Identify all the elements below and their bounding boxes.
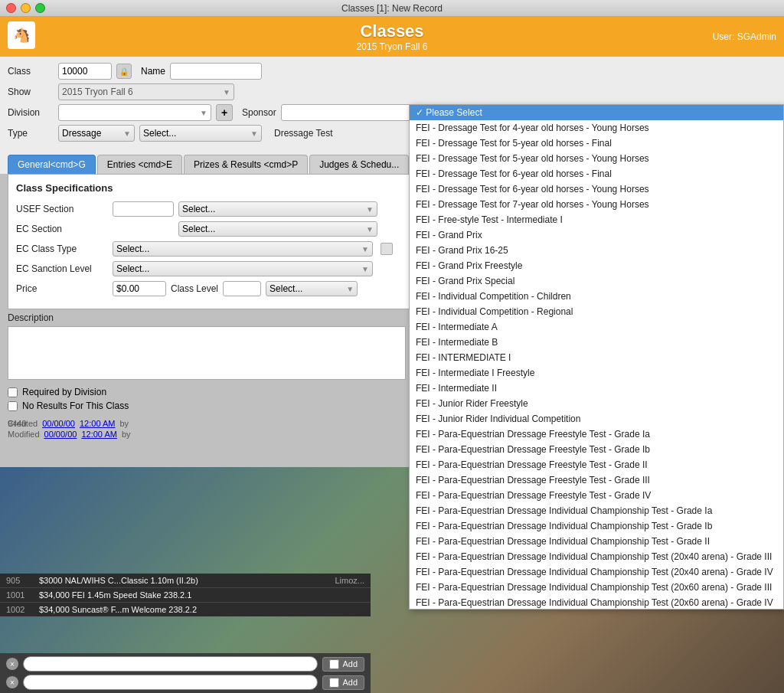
- dropdown-item-28[interactable]: FEI - Para-Equestrian Dressage Individua…: [410, 534, 783, 549]
- dropdown-item-6[interactable]: FEI - Dressage Test for 7-year old horse…: [410, 197, 783, 212]
- search-bar-1: × Add: [6, 656, 364, 672]
- price-input[interactable]: [113, 281, 166, 296]
- no-results-checkbox[interactable]: [8, 401, 18, 411]
- records-section: 905 $3000 NAL/WIHS C...Classic 1.10m (II…: [0, 574, 371, 616]
- search-close-1[interactable]: ×: [6, 658, 18, 670]
- description-textarea[interactable]: [8, 326, 406, 380]
- dropdown-item-23[interactable]: FEI - Para-Equestrian Dressage Freestyle…: [410, 457, 783, 472]
- dropdown-item-31[interactable]: FEI - Para-Equestrian Dressage Individua…: [410, 580, 783, 595]
- dropdown-item-1[interactable]: FEI - Dressage Test for 4-year old horse…: [410, 120, 783, 136]
- modified-time[interactable]: 12:00 AM: [81, 430, 116, 439]
- dropdown-item-16[interactable]: FEI - INTERMEDIATE I: [410, 350, 783, 365]
- type-select[interactable]: Dressage ▼: [58, 125, 135, 142]
- app-logo: 🐴: [8, 21, 35, 49]
- minimize-button[interactable]: [21, 3, 31, 13]
- record-id-1001: 1001: [6, 590, 33, 600]
- dropdown-item-24[interactable]: FEI - Para-Equestrian Dressage Freestyle…: [410, 472, 783, 488]
- dropdown-item-21[interactable]: FEI - Para-Equestrian Dressage Freestyle…: [410, 427, 783, 442]
- ec-class-type-select[interactable]: Select... ▼: [113, 241, 373, 257]
- required-by-division-label: Required by Division: [22, 387, 106, 397]
- dropdown-item-25[interactable]: FEI - Para-Equestrian Dressage Freestyle…: [410, 488, 783, 503]
- search-add-button-1[interactable]: Add: [322, 657, 364, 672]
- division-add-button[interactable]: +: [216, 104, 233, 121]
- record-row-1002: 1002 $34,000 Suncast® F...m Welcome 238.…: [0, 603, 371, 616]
- search-close-2[interactable]: ×: [6, 676, 18, 688]
- add-checkbox-1[interactable]: [329, 659, 339, 669]
- ec-sanction-label: EC Sanction Level: [16, 263, 108, 274]
- app-header: 🐴 Classes 2015 Tryon Fall 6 User: SGAdmi…: [0, 17, 784, 57]
- ec-class-type-toggle[interactable]: [381, 243, 393, 255]
- ec-sanction-select[interactable]: Select... ▼: [113, 261, 373, 276]
- usef-section-label: USEF Section: [16, 204, 108, 214]
- usef-section-input[interactable]: [113, 201, 174, 217]
- record-row-1001: 1001 $34,000 FEI 1.45m Speed Stake 238.2…: [0, 588, 371, 603]
- modified-date[interactable]: 00/00/00: [44, 430, 77, 439]
- show-row: Show 2015 Tryon Fall 6 ▼: [8, 83, 776, 100]
- dropdown-item-2[interactable]: FEI - Dressage Test for 5-year old horse…: [410, 136, 783, 151]
- search-add-button-2[interactable]: Add: [322, 675, 364, 690]
- class-level-label: Class Level: [171, 283, 218, 294]
- lock-button[interactable]: 🔒: [116, 64, 132, 79]
- division-field[interactable]: ▼: [58, 104, 211, 121]
- record-id-1002: 1002: [6, 605, 33, 614]
- dressage-test-dropdown[interactable]: Please Select FEI - Dressage Test for 4-…: [409, 104, 784, 610]
- type-label: Type: [8, 128, 54, 139]
- tab-general[interactable]: General<cmd>G: [8, 155, 96, 174]
- tab-entries[interactable]: Entries <cmd>E: [97, 155, 182, 174]
- window-controls: [6, 3, 45, 13]
- app-header-content: Classes 2015 Tryon Fall 6: [8, 21, 776, 52]
- required-by-division-checkbox[interactable]: [8, 387, 18, 397]
- class-level-input[interactable]: [223, 281, 261, 296]
- ec-section-select[interactable]: Select... ▼: [178, 221, 377, 237]
- dropdown-item-30[interactable]: FEI - Para-Equestrian Dressage Individua…: [410, 564, 783, 580]
- app-title: Classes: [360, 21, 423, 41]
- dropdown-item-0[interactable]: Please Select: [410, 105, 783, 120]
- no-results-label: No Results For This Class: [22, 400, 129, 411]
- class-label: Class: [8, 66, 54, 77]
- price-label: Price: [16, 283, 108, 294]
- dropdown-item-18[interactable]: FEI - Intermediate II: [410, 381, 783, 396]
- dropdown-item-22[interactable]: FEI - Para-Equestrian Dressage Freestyle…: [410, 442, 783, 457]
- dropdown-item-10[interactable]: FEI - Grand Prix Freestyle: [410, 258, 783, 273]
- dropdown-item-29[interactable]: FEI - Para-Equestrian Dressage Individua…: [410, 549, 783, 564]
- dropdown-item-13[interactable]: FEI - Individual Competition - Regional: [410, 304, 783, 319]
- dropdown-item-9[interactable]: FEI - Grand Prix 16-25: [410, 243, 783, 258]
- record-text-905: $3000 NAL/WIHS C...Classic 1.10m (II.2b): [39, 576, 328, 585]
- dropdown-item-15[interactable]: FEI - Intermediate B: [410, 335, 783, 350]
- dropdown-item-5[interactable]: FEI - Dressage Test for 6-year old horse…: [410, 181, 783, 197]
- search-input-2[interactable]: [23, 675, 318, 690]
- tab-prizes[interactable]: Prizes & Results <cmd>P: [184, 155, 308, 174]
- sponsor-label: Sponsor: [242, 107, 276, 118]
- created-time[interactable]: 12:00 AM: [80, 419, 115, 428]
- dropdown-item-20[interactable]: FEI - Junior Rider Individual Competitio…: [410, 411, 783, 427]
- class-input[interactable]: [58, 63, 112, 80]
- tab-judges[interactable]: Judges & Schedu...: [309, 155, 409, 174]
- ec-class-type-label: EC Class Type: [16, 244, 108, 254]
- select-dropdown[interactable]: Select... ▼: [139, 125, 262, 142]
- dropdown-item-11[interactable]: FEI - Grand Prix Special: [410, 273, 783, 289]
- class-level-select[interactable]: Select... ▼: [266, 281, 358, 296]
- dropdown-item-14[interactable]: FEI - Intermediate A: [410, 319, 783, 335]
- user-info: User: SGAdmin: [713, 31, 776, 42]
- add-checkbox-2[interactable]: [329, 678, 339, 688]
- close-button[interactable]: [6, 3, 16, 13]
- modified-label: Modified: [8, 430, 40, 439]
- dropdown-item-3[interactable]: FEI - Dressage Test for 5-year old horse…: [410, 151, 783, 166]
- dropdown-item-17[interactable]: FEI - Intermediate I Freestyle: [410, 365, 783, 381]
- dropdown-item-19[interactable]: FEI - Junior Rider Freestyle: [410, 396, 783, 411]
- created-date[interactable]: 00/00/00: [42, 419, 75, 428]
- dropdown-item-27[interactable]: FEI - Para-Equestrian Dressage Individua…: [410, 518, 783, 534]
- dropdown-item-26[interactable]: FEI - Para-Equestrian Dressage Individua…: [410, 503, 783, 518]
- name-label: Name: [141, 66, 165, 77]
- dropdown-item-32[interactable]: FEI - Para-Equestrian Dressage Individua…: [410, 595, 783, 610]
- record-text-1001: $34,000 FEI 1.45m Speed Stake 238.2.1: [39, 590, 364, 600]
- name-input[interactable]: [170, 63, 262, 80]
- dropdown-item-4[interactable]: FEI - Dressage Test for 6-year old horse…: [410, 166, 783, 181]
- dropdown-item-7[interactable]: FEI - Free-style Test - Intermediate I: [410, 212, 783, 227]
- dropdown-item-12[interactable]: FEI - Individual Competition - Children: [410, 289, 783, 304]
- window-title: Classes [1]: New Record: [341, 3, 443, 14]
- usef-section-select[interactable]: Select... ▼: [178, 201, 377, 217]
- maximize-button[interactable]: [35, 3, 45, 13]
- dropdown-item-8[interactable]: FEI - Grand Prix: [410, 227, 783, 243]
- search-input-1[interactable]: [23, 656, 318, 672]
